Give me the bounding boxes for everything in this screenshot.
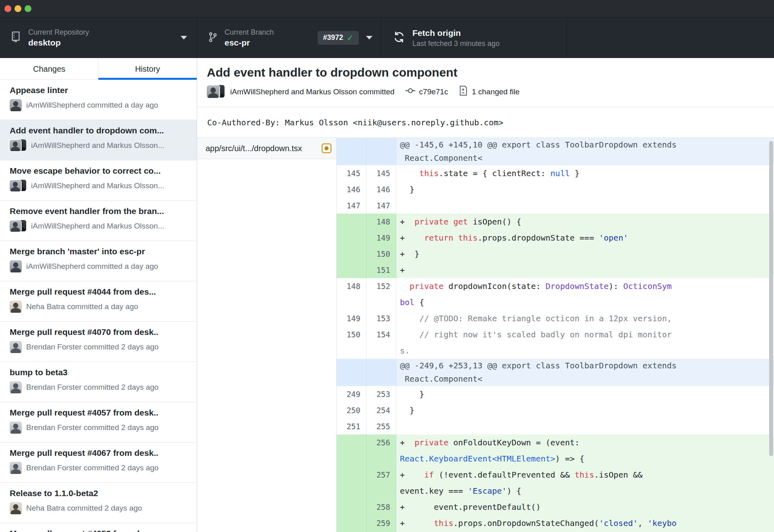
commit-list-item[interactable]: bump to beta3Brendan Forster committed 2… <box>0 362 197 402</box>
minimize-window-button[interactable] <box>15 5 21 12</box>
diff-code: + private get isOpen() { <box>396 214 774 230</box>
commit-list-item[interactable]: Merge pull request #4044 from des...Neha… <box>0 281 197 322</box>
avatar <box>10 502 22 514</box>
diff-context-row: 149153 // @TODO: Remake triangle octicon… <box>337 310 774 326</box>
modified-file-icon <box>322 143 331 153</box>
avatar <box>10 341 22 353</box>
commit-title: Merge pull request #4052 from d... <box>10 529 189 532</box>
commit-meta: Neha Batra committed a day ago <box>26 302 138 311</box>
current-repository-button[interactable]: Current Repository desktop <box>0 17 197 58</box>
diff-hunk-header-row: @@ -145,6 +145,10 @@ export class Toolba… <box>337 138 774 165</box>
avatar <box>10 99 22 111</box>
diff-code <box>396 418 774 434</box>
avatar <box>10 422 22 434</box>
diff-code: + private onFoldoutKeyDown = (event:Reac… <box>396 434 774 467</box>
current-branch-button[interactable]: Current Branch esc-pr #3972 ✓ <box>197 17 381 58</box>
diff-added-row: 257+ if (!event.defaultPrevented && this… <box>337 467 774 499</box>
repo-icon <box>10 30 22 45</box>
changed-file-row[interactable]: app/src/ui/t.../dropdown.tsx <box>197 138 336 159</box>
diff-context-row: 250254 } <box>337 402 774 418</box>
commit-title: Move escape behavior to correct co... <box>10 166 189 176</box>
git-branch-icon <box>208 31 218 45</box>
commit-list-item[interactable]: Remove event handler from the bran...iAm… <box>0 201 197 241</box>
chevron-down-icon <box>181 36 187 43</box>
new-line-number: 256 <box>366 434 396 467</box>
commit-meta: iAmWillShepherd and Markus Olsson... <box>31 181 164 190</box>
diff-code: // @TODO: Remake triangle octicon in a 1… <box>396 310 774 326</box>
diff-context-row: 146146 } <box>337 181 774 197</box>
avatar <box>207 85 219 98</box>
commit-list: Appease linteriAmWillShepherd committed … <box>0 80 197 532</box>
commit-list-item[interactable]: Merge pull request #4057 from desk..Bren… <box>0 402 197 443</box>
close-window-button[interactable] <box>4 5 11 12</box>
commit-meta: iAmWillShepherd and Markus Olsson... <box>31 222 164 231</box>
commit-list-item[interactable]: Appease linteriAmWillShepherd committed … <box>0 80 197 120</box>
tab-history[interactable]: History <box>98 58 197 80</box>
commit-list-item[interactable]: Merge pull request #4052 from d... <box>0 523 197 532</box>
commit-list-item[interactable]: Add event handler to dropdown com...iAmW… <box>0 120 197 160</box>
new-line-number <box>366 138 396 165</box>
tab-changes[interactable]: Changes <box>0 58 98 80</box>
zoom-window-button[interactable] <box>25 5 31 12</box>
diff-code: @@ -145,6 +145,10 @@ export class Toolba… <box>396 138 774 165</box>
new-line-number: 258 <box>366 499 396 515</box>
diff-added-row: 256+ private onFoldoutKeyDown = (event:R… <box>337 434 774 467</box>
commit-subline: Neha Batra committed 2 days ago <box>10 502 189 514</box>
avatar <box>10 301 22 313</box>
diff-added-row: 149+ return this.props.dropdownState ===… <box>337 230 774 246</box>
diff-context-row: 249253 } <box>337 386 774 402</box>
commit-header: Add event handler to dropdown component … <box>197 58 774 107</box>
fetch-origin-button[interactable]: Fetch origin Last fetched 3 minutes ago <box>381 17 567 58</box>
commit-subline: Neha Batra committed a day ago <box>10 301 189 313</box>
commit-list-item[interactable]: Merge branch 'master' into esc-priAmWill… <box>0 241 197 281</box>
changed-files-panel: app/src/ui/t.../dropdown.tsx <box>197 138 337 532</box>
commit-summary-title: Add event handler to dropdown component <box>207 65 764 80</box>
commit-list-item[interactable]: Release to 1.1.0-beta2Neha Batra committ… <box>0 483 197 523</box>
old-line-number: 149 <box>337 310 366 326</box>
diff-context-row: 251255 <box>337 418 774 434</box>
diff-context-row: 150154 // right now it's scaled badly on… <box>337 326 774 359</box>
commit-subline: iAmWillShepherd committed a day ago <box>10 260 189 272</box>
old-line-number <box>337 467 366 499</box>
commit-subline: iAmWillShepherd and Markus Olsson... <box>10 220 189 232</box>
diff-added-row: 151+ <box>337 262 774 278</box>
new-line-number: 146 <box>366 181 396 197</box>
commit-list-item[interactable]: Move escape behavior to correct co...iAm… <box>0 160 197 201</box>
chevron-down-icon <box>366 36 372 43</box>
old-line-number: 150 <box>337 326 366 359</box>
commit-title: Merge pull request #4057 from desk.. <box>10 408 189 418</box>
new-line-number: 149 <box>366 230 396 246</box>
avatar <box>10 462 22 474</box>
commit-list-item[interactable]: Merge pull request #4067 from desk..Bren… <box>0 443 197 483</box>
pr-number: #3972 <box>323 33 343 42</box>
commit-authors: iAmWillShepherd and Markus Olsson commit… <box>230 87 395 96</box>
repository-label: Current Repository <box>28 28 89 37</box>
diff-scrollbar-thumb[interactable] <box>769 141 773 456</box>
commit-subline: Brendan Forster committed 2 days ago <box>10 341 189 353</box>
commit-meta: Brendan Forster committed 2 days ago <box>26 343 158 351</box>
commit-title: bump to beta3 <box>10 368 189 377</box>
diff-code: // right now it's scaled badly on normal… <box>396 326 774 359</box>
commit-list-item[interactable]: Merge pull request #4070 from desk..Bren… <box>0 322 197 362</box>
commit-meta: Brendan Forster committed 2 days ago <box>26 463 158 472</box>
new-line-number: 254 <box>366 402 396 418</box>
diff-code: + } <box>396 246 774 262</box>
commit-title: Appease linter <box>10 85 189 95</box>
avatar <box>10 381 22 393</box>
diff-code: } <box>396 402 774 418</box>
diff-added-row: 148+ private get isOpen() { <box>337 214 774 230</box>
diff-code: + if (!event.defaultPrevented && this.is… <box>396 467 774 499</box>
toolbar: Current Repository desktop Current Branc… <box>0 17 774 58</box>
check-icon: ✓ <box>347 33 354 43</box>
changed-file-icon <box>458 85 468 98</box>
branch-name: esc-pr <box>225 37 274 48</box>
app-window: Current Repository desktop Current Branc… <box>0 0 774 532</box>
avatar <box>10 422 22 434</box>
commit-meta: iAmWillShepherd committed a day ago <box>26 262 158 271</box>
avatar-pair <box>10 180 27 192</box>
old-line-number <box>337 262 366 278</box>
old-line-number: 146 <box>337 181 366 197</box>
avatar-pair <box>10 220 27 232</box>
diff-code <box>396 197 774 214</box>
fetch-label: Fetch origin <box>412 28 499 38</box>
